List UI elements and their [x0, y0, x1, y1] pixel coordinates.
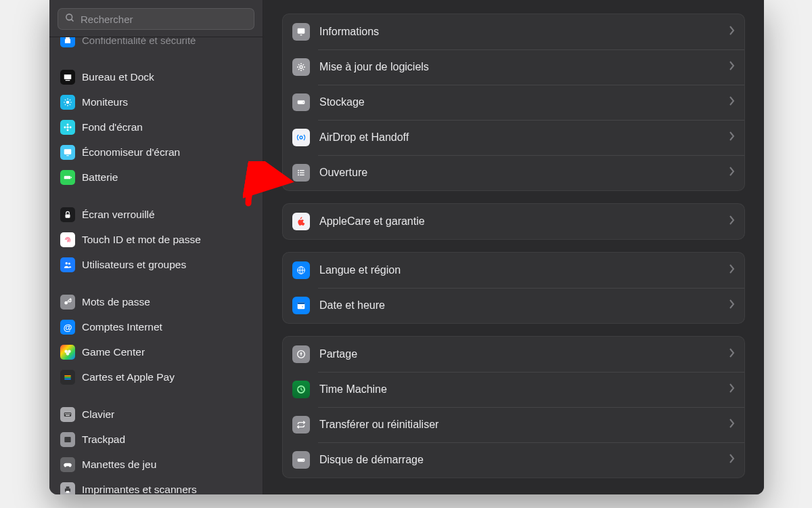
row-storage[interactable]: Stockage — [283, 85, 744, 120]
svg-point-53 — [298, 174, 299, 175]
gamecenter-icon — [60, 345, 75, 360]
svg-rect-34 — [66, 413, 67, 414]
sidebar-item-label: Mots de passe — [82, 296, 150, 308]
sidebar-item-game-controllers[interactable]: Manettes de jeu — [56, 454, 256, 475]
svg-rect-43 — [298, 28, 305, 34]
sidebar-item-trackpad[interactable]: Trackpad — [56, 429, 256, 450]
svg-rect-18 — [64, 149, 72, 154]
svg-line-12 — [70, 100, 70, 100]
row-label: Informations — [319, 26, 379, 38]
sidebar-item-passwords[interactable]: Mots de passe — [56, 291, 256, 313]
svg-point-4 — [66, 101, 70, 104]
svg-rect-54 — [300, 175, 304, 175]
svg-point-45 — [300, 66, 302, 68]
row-transfer-reset[interactable]: Transférer ou réinitialiser — [283, 407, 744, 442]
chevron-right-icon — [729, 299, 735, 312]
svg-rect-36 — [68, 413, 69, 414]
svg-rect-38 — [66, 415, 70, 416]
sidebar-item-label: Fond d'écran — [82, 121, 143, 133]
sidebar-item-label: Trackpad — [82, 433, 125, 446]
settings-panel: Langue et région Date et heure — [282, 252, 745, 324]
airdrop-icon — [292, 129, 310, 146]
row-login-items[interactable]: Ouverture — [283, 155, 744, 190]
row-label: Transférer ou réinitialiser — [319, 419, 438, 431]
sidebar-item-keyboard[interactable]: Clavier — [56, 404, 256, 425]
sidebar-item-desktop-dock[interactable]: Bureau et Dock — [56, 66, 256, 88]
row-applecare[interactable]: AppleCare et garantie — [283, 204, 744, 239]
sidebar-item-users-groups[interactable]: Utilisateurs et groupes — [56, 254, 256, 276]
row-label: AirDrop et Handoff — [319, 131, 409, 144]
svg-rect-44 — [300, 35, 302, 35]
key-icon — [60, 295, 75, 310]
svg-point-48 — [300, 136, 302, 139]
search-icon — [65, 13, 75, 25]
sidebar-item-printers-scanners[interactable]: Imprimantes et scanners — [56, 479, 256, 494]
settings-panel: Informations Mise à jour de logiciels St… — [282, 14, 745, 191]
svg-point-14 — [67, 123, 69, 125]
svg-point-24 — [68, 263, 70, 265]
svg-rect-42 — [66, 491, 70, 493]
flower-icon — [60, 120, 75, 135]
chevron-right-icon — [729, 96, 735, 108]
users-icon — [60, 257, 75, 272]
svg-rect-29 — [64, 375, 70, 377]
svg-line-10 — [70, 104, 70, 105]
svg-rect-50 — [300, 170, 304, 171]
svg-point-13 — [66, 126, 69, 129]
row-sharing[interactable]: Partage — [283, 337, 744, 372]
calendar-clock-icon — [292, 297, 310, 314]
sidebar-item-touchid[interactable]: Touch ID et mot de passe — [56, 229, 256, 251]
row-date-time[interactable]: Date et heure — [283, 288, 744, 323]
sidebar: Rechercher Confidentialité et sécurité B… — [49, 0, 263, 494]
sidebar-item-privacy-security[interactable]: Confidentialité et sécurité — [56, 37, 256, 51]
main-content[interactable]: Informations Mise à jour de logiciels St… — [263, 0, 764, 494]
hand-icon — [60, 37, 75, 47]
sidebar-item-battery[interactable]: Batterie — [56, 167, 256, 188]
chevron-right-icon — [729, 264, 735, 276]
sidebar-item-label: Batterie — [82, 171, 118, 184]
sidebar-item-internet-accounts[interactable]: @ Comptes Internet — [56, 316, 256, 338]
sidebar-item-screensaver[interactable]: Économiseur d'écran — [56, 142, 256, 163]
row-label: Stockage — [319, 96, 365, 108]
battery-icon — [60, 170, 75, 185]
row-about[interactable]: Informations — [283, 14, 744, 49]
startup-disk-icon — [292, 451, 310, 469]
trackpad-icon — [60, 432, 75, 447]
row-software-update[interactable]: Mise à jour de logiciels — [283, 49, 744, 85]
sidebar-item-label: Game Center — [82, 346, 145, 358]
globe-icon — [292, 261, 310, 279]
sidebar-item-game-center[interactable]: Game Center — [56, 341, 256, 363]
sidebar-item-label: Économiseur d'écran — [82, 146, 180, 158]
search-placeholder: Rechercher — [81, 14, 133, 25]
dock-icon — [60, 70, 75, 85]
sidebar-item-displays[interactable]: Moniteurs — [56, 91, 256, 113]
row-label: Partage — [319, 348, 357, 360]
row-airdrop-handoff[interactable]: AirDrop et Handoff — [283, 120, 744, 155]
sidebar-item-label: Moniteurs — [82, 96, 128, 108]
lock-icon — [60, 207, 75, 222]
info-icon — [292, 23, 310, 41]
list-icon — [292, 164, 310, 182]
sidebar-item-wallet-applepay[interactable]: Cartes et Apple Pay — [56, 366, 256, 388]
search-input[interactable]: Rechercher — [58, 8, 254, 30]
row-time-machine[interactable]: Time Machine — [283, 372, 744, 407]
row-language-region[interactable]: Langue et région — [283, 253, 744, 288]
svg-point-64 — [303, 460, 304, 461]
sidebar-item-lockscreen[interactable]: Écran verrouillé — [56, 204, 256, 226]
at-icon: @ — [60, 320, 75, 335]
sidebar-item-wallpaper[interactable]: Fond d'écran — [56, 117, 256, 138]
chevron-right-icon — [729, 383, 735, 396]
chevron-right-icon — [729, 215, 735, 228]
row-startup-disk[interactable]: Disque de démarrage — [283, 442, 744, 478]
sharing-icon — [292, 345, 310, 363]
controller-icon — [60, 457, 75, 472]
svg-point-25 — [64, 301, 68, 305]
gear-icon — [292, 58, 310, 76]
sidebar-item-label: Comptes Internet — [82, 321, 162, 333]
svg-rect-39 — [64, 437, 70, 442]
fingerprint-icon — [60, 232, 75, 247]
chevron-right-icon — [729, 454, 735, 466]
svg-rect-33 — [65, 413, 66, 414]
drive-icon — [292, 93, 310, 111]
sidebar-list[interactable]: Confidentialité et sécurité Bureau et Do… — [49, 37, 263, 494]
